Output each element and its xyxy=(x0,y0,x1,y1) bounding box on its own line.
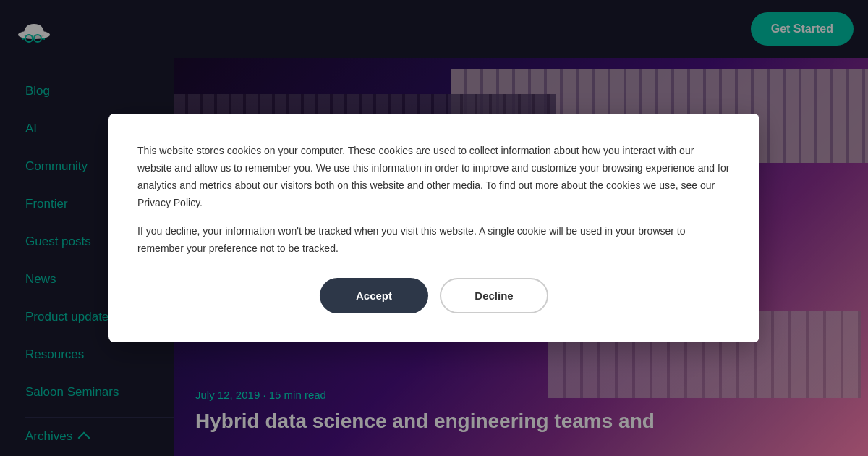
cookie-modal-overlay: This website stores cookies on your comp… xyxy=(0,0,868,456)
cookie-text-2: If you decline, your information won't b… xyxy=(137,223,731,258)
cookie-text-1: This website stores cookies on your comp… xyxy=(137,143,731,211)
modal-buttons: Accept Decline xyxy=(137,278,731,313)
accept-button[interactable]: Accept xyxy=(320,278,428,313)
cookie-modal: This website stores cookies on your comp… xyxy=(109,114,760,342)
decline-button[interactable]: Decline xyxy=(440,278,548,313)
